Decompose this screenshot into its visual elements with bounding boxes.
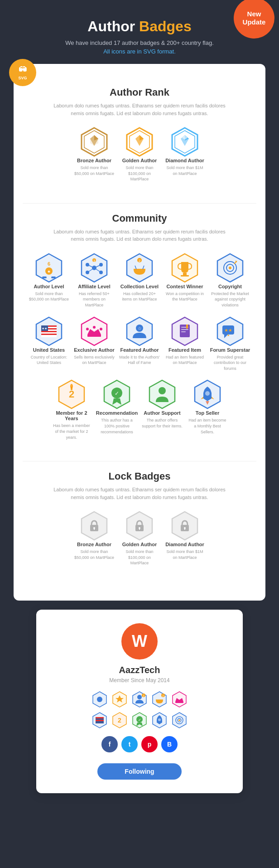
svg-rect-56 <box>87 335 101 337</box>
svg-point-59 <box>100 328 102 330</box>
svg-point-77 <box>70 384 73 388</box>
profile-badges-row1: 3 2 <box>45 691 234 708</box>
profile-badge-3: 3 <box>131 691 148 708</box>
community-desc: Laborum dolo rumes fugats untras. Ethara… <box>53 228 226 243</box>
svg-rect-97 <box>184 528 185 530</box>
exclusive-author-desc: Sells items exclusively on MartPlace <box>74 354 115 366</box>
svg-note: All icons are in SVG format. <box>9 48 270 55</box>
diamond-icon <box>169 126 201 158</box>
twitter-button[interactable]: t <box>121 736 138 752</box>
diamond-author-desc: Sold more than $1M on MartPlace <box>164 165 205 176</box>
community-row2: ★★ United States Country of Location: Un… <box>23 315 256 372</box>
bronze-author-name: Bronze Author <box>77 158 111 163</box>
copyright-desc: Protected the Market against copyright v… <box>210 291 250 308</box>
community-row3: 2 Member for 2 Years Has been a member o… <box>23 378 256 440</box>
title-orange: Badges <box>139 18 192 34</box>
svg-marker-54 <box>82 317 107 345</box>
profile-badge-5 <box>171 691 188 708</box>
svg-text:★★: ★★ <box>42 327 47 330</box>
golden-icon <box>124 126 155 158</box>
community-section: Community Laborum dolo rumes fugats untr… <box>23 203 256 461</box>
svg-rect-64 <box>180 325 190 337</box>
featured-item-desc: Had an item featured on MartPlace <box>164 354 205 366</box>
svg-rect-93 <box>139 528 140 530</box>
avatar-letter: W <box>132 632 147 651</box>
united-states-desc: Country of Location: United States <box>29 354 69 366</box>
member-2years-desc: Has been a member of the market for 2 ye… <box>51 423 92 440</box>
featured-author-desc: Made it to the Authors' Hall of Fame <box>119 354 160 366</box>
page-title: Author Badges <box>9 18 270 35</box>
community-title: Community <box>23 213 256 224</box>
svg-rect-89 <box>94 528 95 530</box>
svg-text:★★: ★★ <box>224 328 232 333</box>
copyright-name: Copyright <box>218 284 242 289</box>
badge-featured-item: Featured Item Had an item featured on Ma… <box>164 315 205 372</box>
recommendation-name: Recommendation <box>96 410 138 416</box>
badge-forum-superstar: ★★ ★ Forum Superstar Provided great cont… <box>210 315 250 372</box>
author-rank-title: Author Rank <box>23 87 256 98</box>
lock-bronze-desc: Sold more than $50,000 on MartPlace <box>74 549 115 560</box>
profile-badge-2 <box>111 691 128 708</box>
svg-rect-112 <box>175 702 183 703</box>
svg-point-58 <box>93 326 96 329</box>
lock-badges-title: Lock Badges <box>23 470 256 482</box>
community-row1: 6 ★ Author Level Sold more than $50,000 … <box>23 252 256 308</box>
badge-featured-author: ☆ Featured Author Made it to the Authors… <box>119 315 160 372</box>
svg-text:✓: ✓ <box>138 718 141 722</box>
main-card: Author Rank Laborum dolo rumes fugats un… <box>14 64 265 601</box>
svg-marker-110 <box>173 692 186 707</box>
header-subtitle: We have included 17 author badges & 200+… <box>9 39 270 46</box>
svg-point-83 <box>159 387 166 394</box>
badge-author-level: 6 ★ Author Level Sold more than $50,000 … <box>29 252 69 308</box>
affiliate-level-desc: Has referred 50+ members on MartPlace <box>74 291 115 308</box>
lock-golden: Golden Author Sold more than $100,000 on… <box>119 510 160 566</box>
profile-card: W AazzTech Member Since May 2014 3 2 <box>36 610 243 793</box>
profile-badges-row2: 2 ✓ <box>45 712 234 729</box>
facebook-button[interactable]: f <box>101 736 118 752</box>
glasses-icon: 🕶 <box>19 65 27 75</box>
badge-united-states: ★★ United States Country of Location: Un… <box>29 315 69 372</box>
united-states-name: United States <box>33 347 65 353</box>
author-rank-section: Author Rank Laborum dolo rumes fugats un… <box>23 78 256 203</box>
profile-name: AazzTech <box>45 665 234 675</box>
new-update-text: NewUpdate <box>243 10 266 26</box>
lock-golden-desc: Sold more than $100,000 on MartPlace <box>119 549 160 566</box>
svg-rect-116 <box>96 720 104 721</box>
svg-label: SVG <box>18 76 27 80</box>
badge-recommendation: ✓ Recommendation This author has a 100% … <box>96 378 137 440</box>
badge-copyright: Copyright Protected the Market against c… <box>210 252 250 308</box>
svg-text:6: 6 <box>48 261 50 267</box>
badge-author-support: Author Support The author offers support… <box>142 378 183 440</box>
bronze-author-desc: Sold more than $50,000 on MartPlace <box>74 165 115 176</box>
svg-rect-18 <box>42 276 47 278</box>
lock-badges-desc: Laborum dolo rumes fugats untras. Ethara… <box>53 486 226 501</box>
profile-badge-8: ✓ <box>131 712 148 729</box>
member-2years-name: Member for 2 Years <box>51 410 92 421</box>
lock-diamond-desc: Sold more than $1M on MartPlace <box>164 549 205 560</box>
svg-rect-39 <box>183 273 187 275</box>
badge-affiliate-level: 3 Affiliate Level Has referred 50+ membe… <box>74 252 115 308</box>
follow-button[interactable]: Following <box>97 763 181 780</box>
svg-rect-51 <box>41 334 57 335</box>
featured-author-name: Featured Author <box>120 347 159 353</box>
social-buttons: f t p B <box>45 736 234 752</box>
title-white: Author <box>87 18 135 34</box>
svg-text:★: ★ <box>227 334 230 337</box>
svg-text:2: 2 <box>139 259 141 263</box>
badge-collection-level: 2 Collection Level Has collected 20+ ite… <box>119 252 160 308</box>
lock-diamond: Diamond Author Sold more than $1M on Mar… <box>164 510 205 566</box>
badge-contest-winner: Contest Winner Won a competition in the … <box>164 252 205 308</box>
author-support-name: Author Support <box>144 410 180 416</box>
svg-badge: 🕶 SVG <box>9 59 36 86</box>
collection-level-name: Collection Level <box>120 284 159 289</box>
forum-superstar-desc: Provided great contribution to our forum… <box>210 354 250 372</box>
svg-point-124 <box>158 718 161 721</box>
behance-button[interactable]: B <box>161 736 178 752</box>
author-rank-badges: Bronze Author Sold more than $50,000 on … <box>23 126 256 182</box>
svg-rect-50 <box>41 331 57 332</box>
svg-rect-115 <box>96 717 104 718</box>
contest-winner-name: Contest Winner <box>166 284 203 289</box>
pinterest-button[interactable]: p <box>141 736 158 752</box>
golden-author-desc: Sold more than $100,000 on MartPlace <box>119 165 160 182</box>
lock-badges-section: Lock Badges Laborum dolo rumes fugats un… <box>23 461 256 587</box>
